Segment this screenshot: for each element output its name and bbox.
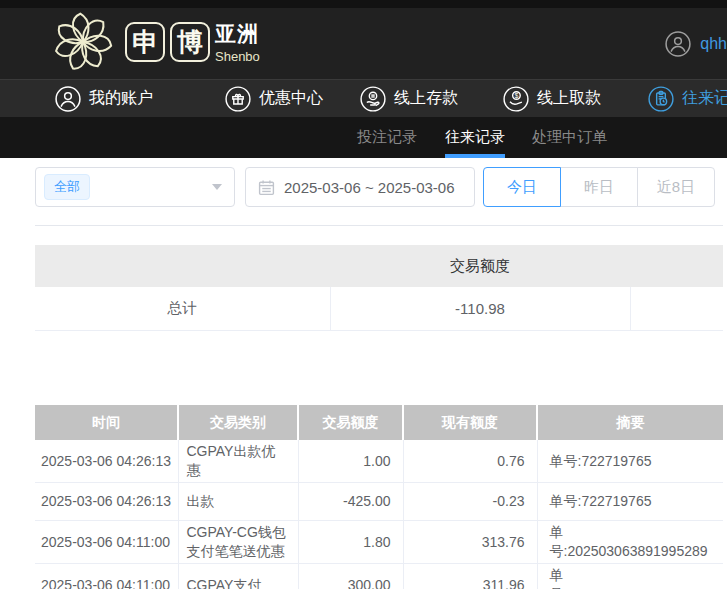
cell-balance: -0.23 xyxy=(403,483,537,521)
nav-item-promotions[interactable]: 优惠中心 xyxy=(225,80,323,117)
nav-item-label: 线上取款 xyxy=(537,88,601,109)
quick-date-buttons: 今日 昨日 近8日 xyxy=(483,167,715,207)
logo-region-label: 亚洲 xyxy=(215,20,260,48)
withdraw-icon: $ xyxy=(503,86,529,112)
cell-amount: 300.00 xyxy=(298,564,403,589)
logo-char-bo: 博 xyxy=(170,22,210,62)
site-header: 申 博 亚洲 Shenbo qhh xyxy=(0,8,727,79)
cell-type: CGPAY支付 xyxy=(178,564,298,589)
caret-down-icon xyxy=(212,184,222,190)
nav-item-label: 我的账户 xyxy=(89,88,153,109)
cell-type: 出款 xyxy=(178,483,298,521)
summary-header-row: 交易额度 xyxy=(35,245,723,287)
cell-time: 2025-03-06 04:26:13 xyxy=(35,440,178,483)
summary-total-row: 总计 -110.98 xyxy=(35,287,723,330)
tab-betting-records[interactable]: 投注记录 xyxy=(357,117,417,158)
table-row: 2025-03-06 04:11:00 CGPAY-CG钱包支付笔笔送优惠 1.… xyxy=(35,521,723,564)
yesterday-button[interactable]: 昨日 xyxy=(560,167,638,207)
cell-memo: 单号:202503063891995289 xyxy=(537,564,723,589)
nav-item-deposit[interactable]: 线上存款 xyxy=(360,80,458,117)
site-logo[interactable]: 申 博 亚洲 Shenbo xyxy=(52,11,260,73)
gift-icon xyxy=(225,86,251,112)
transactions-header-row: 时间 交易类别 交易额度 现有额度 摘要 xyxy=(35,405,723,440)
logo-brand-label: Shenbo xyxy=(215,49,260,64)
cell-balance: 0.76 xyxy=(403,440,537,483)
records-sub-nav: 投注记录 往来记录 处理中订单 xyxy=(0,117,727,158)
cell-time: 2025-03-06 04:11:00 xyxy=(35,521,178,564)
calendar-icon xyxy=(258,179,275,196)
table-row: 2025-03-06 04:26:13 CGPAY出款优惠 1.00 0.76 … xyxy=(35,440,723,483)
main-nav: 我的账户 优惠中心 线上存款 $ 线上取款 xyxy=(0,79,727,117)
date-range-picker[interactable]: 2025-03-06 ~ 2025-03-06 xyxy=(245,167,475,207)
cell-memo: 单号:722719765 xyxy=(537,440,723,483)
tab-label: 往来记录 xyxy=(445,128,505,147)
summary-total-value: -110.98 xyxy=(330,287,630,330)
deposit-icon xyxy=(360,86,386,112)
cell-balance: 313.76 xyxy=(403,521,537,564)
col-balance: 现有额度 xyxy=(403,405,537,440)
tab-label: 投注记录 xyxy=(357,128,417,147)
cell-amount: 1.00 xyxy=(298,440,403,483)
tab-processing-orders[interactable]: 处理中订单 xyxy=(532,117,607,158)
date-range-value: 2025-03-06 ~ 2025-03-06 xyxy=(284,179,455,196)
tab-transaction-records[interactable]: 往来记录 xyxy=(445,117,505,158)
transactions-table: 时间 交易类别 交易额度 现有额度 摘要 2025-03-06 04:26:13… xyxy=(35,405,723,589)
nav-item-label: 优惠中心 xyxy=(259,88,323,109)
col-memo: 摘要 xyxy=(537,405,723,440)
content-area: 全部 2025-03-06 ~ 2025-03-06 今日 昨日 近8日 xyxy=(0,158,727,589)
transaction-type-select[interactable]: 全部 xyxy=(35,167,235,207)
records-icon xyxy=(648,86,674,112)
col-type: 交易类别 xyxy=(178,405,298,440)
logo-char-shen: 申 xyxy=(125,22,165,62)
flower-logo-icon xyxy=(52,11,114,73)
cell-amount: 1.80 xyxy=(298,521,403,564)
summary-amount-header: 交易额度 xyxy=(330,245,630,287)
col-amount: 交易额度 xyxy=(298,405,403,440)
summary-total-label: 总计 xyxy=(35,287,330,330)
col-time: 时间 xyxy=(35,405,178,440)
cell-memo: 单号:722719765 xyxy=(537,483,723,521)
table-row: 2025-03-06 04:11:00 CGPAY支付 300.00 311.9… xyxy=(35,564,723,589)
summary-table: 交易额度 总计 -110.98 xyxy=(35,245,723,331)
cell-type: CGPAY-CG钱包支付笔笔送优惠 xyxy=(178,521,298,564)
nav-item-label: 往来记录 xyxy=(682,88,727,109)
account-icon xyxy=(55,86,81,112)
cell-time: 2025-03-06 04:11:00 xyxy=(35,564,178,589)
username-label: qhh xyxy=(700,35,727,53)
top-strip xyxy=(0,0,727,8)
svg-text:$: $ xyxy=(514,91,518,98)
tab-label: 处理中订单 xyxy=(532,128,607,147)
nav-item-withdraw[interactable]: $ 线上取款 xyxy=(503,80,601,117)
user-menu[interactable]: qhh xyxy=(665,8,727,79)
nav-item-records[interactable]: 往来记录 xyxy=(648,80,727,117)
cell-type: CGPAY出款优惠 xyxy=(178,440,298,483)
cell-time: 2025-03-06 04:26:13 xyxy=(35,483,178,521)
table-row: 2025-03-06 04:26:13 出款 -425.00 -0.23 单号:… xyxy=(35,483,723,521)
last-8-days-button[interactable]: 近8日 xyxy=(637,167,715,207)
cell-amount: -425.00 xyxy=(298,483,403,521)
today-button[interactable]: 今日 xyxy=(483,167,561,207)
filter-divider xyxy=(35,225,723,226)
cell-memo: 单号:202503063891995289 xyxy=(537,521,723,564)
nav-item-label: 线上存款 xyxy=(394,88,458,109)
nav-item-my-account[interactable]: 我的账户 xyxy=(55,80,153,117)
cell-balance: 311.96 xyxy=(403,564,537,589)
user-icon xyxy=(665,31,691,57)
selected-type-tag: 全部 xyxy=(44,174,90,200)
